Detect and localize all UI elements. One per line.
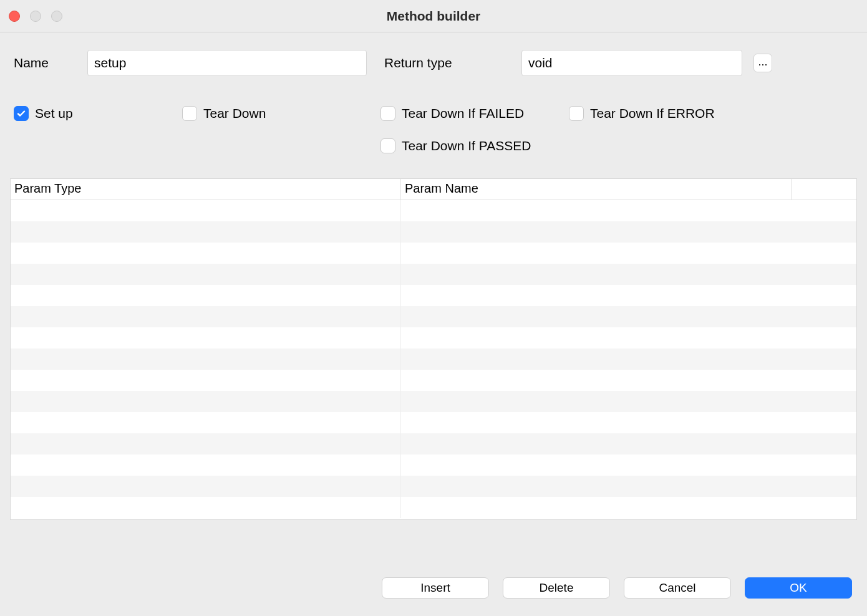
param-name-header[interactable]: Param Name: [401, 179, 792, 200]
window-close-button[interactable]: [9, 11, 20, 22]
return-type-browse-button[interactable]: ...: [753, 54, 772, 72]
insert-button[interactable]: Insert: [382, 577, 489, 599]
return-type-label: Return type: [367, 55, 521, 70]
cancel-button[interactable]: Cancel: [624, 577, 731, 599]
teardown-failed-checkbox[interactable]: [380, 106, 395, 121]
teardown-passed-checkbox-label: Tear Down If PASSED: [402, 138, 531, 153]
window-title: Method builder: [0, 9, 867, 24]
checkbox-row-2: Tear Down If PASSED: [14, 138, 853, 153]
teardown-checkbox-label: Tear Down: [203, 106, 266, 121]
teardown-error-checkbox-wrap: Tear Down If ERROR: [569, 106, 853, 121]
ellipsis-icon: ...: [758, 59, 767, 64]
param-type-header[interactable]: Param Type: [11, 179, 401, 200]
teardown-checkbox-wrap: Tear Down: [182, 106, 380, 121]
teardown-passed-checkbox[interactable]: [380, 138, 395, 153]
table-row[interactable]: [11, 370, 856, 391]
table-row[interactable]: [11, 221, 856, 243]
check-icon: [16, 108, 26, 118]
delete-button[interactable]: Delete: [503, 577, 610, 599]
param-pad-header: [792, 179, 856, 200]
table-row[interactable]: [11, 264, 856, 285]
table-row[interactable]: [11, 349, 856, 370]
table-row[interactable]: [11, 433, 856, 455]
checkbox-row-1: Set up Tear Down Tear Down If FAILED Tea…: [14, 106, 853, 121]
table-row[interactable]: [11, 306, 856, 327]
table-row[interactable]: [11, 412, 856, 433]
teardown-error-checkbox[interactable]: [569, 106, 584, 121]
name-return-row: Name Return type ...: [14, 50, 853, 76]
teardown-failed-checkbox-wrap: Tear Down If FAILED: [380, 106, 569, 121]
return-type-input[interactable]: [521, 50, 742, 76]
params-table-header: Param Type Param Name: [11, 179, 856, 200]
table-row[interactable]: [11, 497, 856, 518]
table-row[interactable]: [11, 285, 856, 306]
name-input[interactable]: [87, 50, 367, 76]
window-controls: [9, 11, 62, 22]
table-row[interactable]: [11, 327, 856, 349]
setup-checkbox-label: Set up: [35, 106, 73, 121]
teardown-failed-checkbox-label: Tear Down If FAILED: [402, 106, 524, 121]
table-row[interactable]: [11, 200, 856, 221]
titlebar: Method builder: [0, 0, 867, 32]
dialog-content: Name Return type ... Set up Tear Down Te…: [0, 32, 867, 520]
setup-checkbox-wrap: Set up: [14, 106, 182, 121]
params-table[interactable]: Param Type Param Name: [10, 178, 857, 520]
params-table-body: [11, 200, 856, 518]
ok-button[interactable]: OK: [745, 577, 852, 599]
table-row[interactable]: [11, 243, 856, 264]
dialog-footer: Insert Delete Cancel OK: [382, 577, 852, 599]
table-row[interactable]: [11, 391, 856, 412]
teardown-error-checkbox-label: Tear Down If ERROR: [590, 106, 715, 121]
name-label: Name: [14, 55, 87, 70]
window-zoom-button[interactable]: [51, 11, 62, 22]
teardown-passed-checkbox-wrap: Tear Down If PASSED: [380, 138, 569, 153]
window-minimize-button[interactable]: [30, 11, 41, 22]
setup-checkbox[interactable]: [14, 106, 29, 121]
teardown-checkbox[interactable]: [182, 106, 197, 121]
table-row[interactable]: [11, 455, 856, 476]
table-row[interactable]: [11, 476, 856, 497]
